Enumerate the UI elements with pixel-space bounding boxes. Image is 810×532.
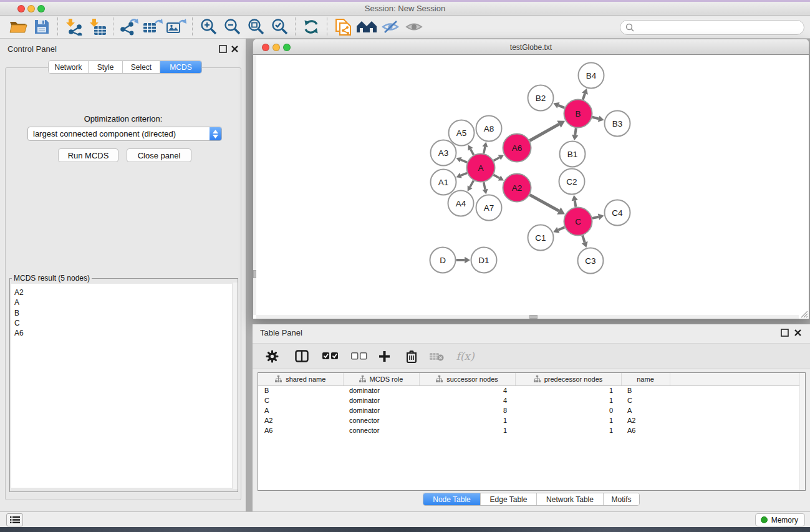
tab-node-table[interactable]: Node Table [423, 493, 480, 505]
tab-network[interactable]: Network [49, 61, 88, 73]
mcds-result-item[interactable]: A [11, 297, 236, 307]
table-cell[interactable]: 4 [419, 395, 515, 405]
duplicate-network-icon[interactable] [331, 17, 355, 37]
zoom-out-icon[interactable] [220, 17, 244, 37]
mcds-result-item[interactable]: B [11, 308, 236, 318]
table-cell[interactable]: connector [343, 415, 419, 425]
import-network-icon[interactable] [62, 17, 85, 37]
tab-style[interactable]: Style [88, 61, 122, 73]
graph-node-A3[interactable]: A3 [431, 140, 456, 166]
graph-edge-A-A1[interactable] [456, 173, 468, 178]
column-header-shared-name[interactable]: shared name [258, 373, 343, 385]
graph-node-B[interactable]: B [564, 100, 592, 128]
network-vertical-scrollbar[interactable] [253, 55, 256, 315]
zoom-fit-icon[interactable] [244, 17, 268, 37]
refresh-layout-icon[interactable] [299, 17, 323, 37]
table-cell[interactable]: A6 [621, 425, 670, 435]
table-cell[interactable]: A [258, 405, 343, 415]
graph-node-A1[interactable]: A1 [431, 170, 456, 195]
delete-column-icon[interactable] [403, 348, 420, 364]
graph-edge-B-B1[interactable] [572, 128, 578, 140]
table-cell[interactable]: B [621, 385, 670, 395]
graph-node-A8[interactable]: A8 [476, 116, 502, 142]
table-cell[interactable]: dominator [343, 405, 419, 415]
export-image-icon[interactable] [165, 17, 188, 37]
graph-edge-B-B2[interactable] [553, 102, 564, 109]
table-cell[interactable]: 1 [419, 415, 515, 425]
graph-node-B3[interactable]: B3 [605, 111, 630, 137]
graph-node-C3[interactable]: C3 [578, 248, 604, 274]
graph-node-C1[interactable]: C1 [528, 225, 554, 251]
column-header-mcds-role[interactable]: MCDS role [343, 373, 419, 385]
table-cell[interactable]: C [621, 395, 670, 405]
graph-edge-C-C2[interactable] [572, 195, 578, 207]
float-table-panel-icon[interactable] [781, 329, 789, 337]
table-cell[interactable]: A [621, 405, 670, 415]
column-header-predecessor-nodes[interactable]: predecessor nodes [515, 373, 621, 385]
graph-node-D[interactable]: D [430, 248, 456, 273]
table-cell[interactable]: 8 [419, 405, 515, 415]
task-history-button[interactable] [6, 513, 23, 526]
table-cell[interactable]: dominator [343, 395, 419, 405]
hide-details-icon[interactable] [378, 17, 402, 37]
run-mcds-button[interactable]: Run MCDS [58, 148, 118, 162]
graph-edge-D-D1[interactable] [456, 257, 471, 263]
graph-node-C4[interactable]: C4 [605, 200, 630, 226]
graph-node-A4[interactable]: A4 [448, 191, 474, 216]
graph-node-B4[interactable]: B4 [579, 63, 604, 89]
graph-edge-A-A6[interactable] [494, 155, 504, 160]
table-cell[interactable]: 1 [515, 385, 621, 395]
export-network-icon[interactable] [117, 17, 141, 37]
table-cell[interactable]: A2 [258, 415, 343, 425]
memory-button[interactable]: Memory [755, 513, 805, 526]
close-panel-button[interactable]: Close panel [127, 148, 191, 162]
close-panel-icon[interactable] [231, 45, 239, 53]
table-cell[interactable]: 1 [419, 425, 515, 435]
table-cell[interactable] [670, 395, 799, 405]
close-table-panel-icon[interactable] [794, 329, 802, 337]
table-row[interactable]: A6connector11A6 [258, 425, 799, 435]
column-visibility-icon[interactable] [294, 348, 310, 364]
column-header-successor-nodes[interactable]: successor nodes [419, 373, 515, 385]
table-row[interactable]: Bdominator41B [258, 385, 799, 395]
zoom-selected-icon[interactable] [268, 17, 291, 37]
mcds-result-item[interactable]: A2 [11, 288, 236, 297]
settings-gear-icon[interactable] [264, 348, 280, 364]
graph-edge-A-A8[interactable] [482, 142, 488, 153]
graph-edge-A-A5[interactable] [468, 145, 474, 155]
open-file-icon[interactable] [6, 17, 30, 37]
table-cell[interactable]: B [258, 385, 343, 395]
window-resize-grip[interactable] [799, 309, 808, 318]
select-all-rows-icon[interactable] [322, 348, 339, 364]
result-list-scrollbar[interactable] [232, 283, 238, 489]
table-cell[interactable]: C [258, 395, 343, 405]
import-table-icon[interactable] [85, 17, 109, 37]
graph-edge-C-C3[interactable] [582, 235, 588, 248]
network-canvas[interactable]: B4B2BB3A8A5A6A3B1AA1C2A2A4A7C4CC1C3DD1 [253, 55, 809, 319]
table-cell[interactable] [670, 385, 799, 395]
zoom-in-icon[interactable] [196, 17, 220, 37]
graph-node-A2[interactable]: A2 [503, 174, 531, 202]
graph-edge-A6-B[interactable] [529, 120, 565, 140]
graph-edge-A-A2[interactable] [494, 175, 504, 180]
graph-node-A5[interactable]: A5 [449, 120, 475, 146]
vertical-scroll-thumb[interactable] [253, 270, 256, 278]
graph-edge-A2-C[interactable] [530, 195, 565, 214]
graph-node-C2[interactable]: C2 [559, 169, 585, 195]
save-session-icon[interactable] [30, 17, 54, 37]
graph-node-A7[interactable]: A7 [476, 195, 502, 221]
network-horizontal-scrollbar[interactable] [256, 315, 799, 319]
horizontal-scroll-thumb[interactable] [529, 315, 538, 319]
table-cell[interactable]: dominator [343, 385, 419, 395]
table-cell[interactable]: A2 [621, 415, 670, 425]
graph-edge-C-C4[interactable] [592, 214, 604, 220]
table-cell[interactable]: 1 [515, 415, 621, 425]
table-row[interactable]: A2connector11A2 [258, 415, 799, 425]
table-cell[interactable] [670, 405, 799, 415]
graph-node-B1[interactable]: B1 [560, 142, 586, 167]
graph-node-D1[interactable]: D1 [471, 248, 497, 273]
table-cell[interactable]: 1 [515, 425, 621, 435]
table-cell[interactable]: 1 [515, 395, 621, 405]
tab-select[interactable]: Select [122, 61, 160, 73]
graph-edge-C-C1[interactable] [553, 227, 564, 233]
